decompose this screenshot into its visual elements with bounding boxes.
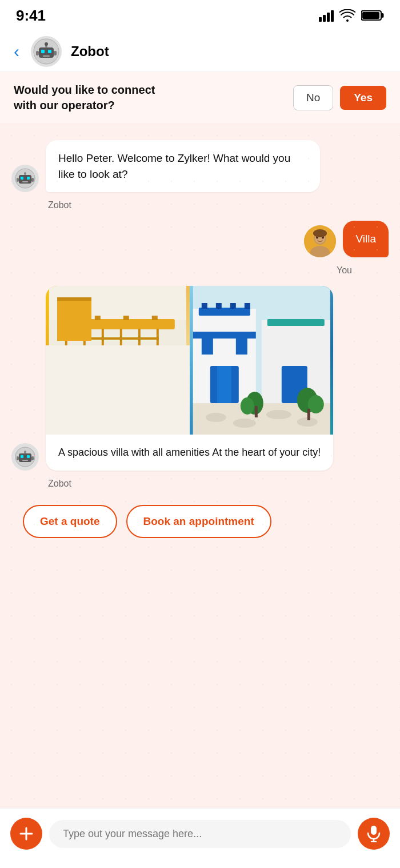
message-input[interactable] <box>49 820 351 848</box>
operator-banner: Would you like to connectwith our operat… <box>0 72 400 124</box>
status-icons <box>319 9 384 22</box>
svg-rect-70 <box>244 303 250 309</box>
svg-rect-74 <box>201 339 213 355</box>
svg-rect-34 <box>31 456 34 460</box>
operator-question: Would you like to connectwith our operat… <box>14 82 155 113</box>
svg-rect-72 <box>217 366 231 403</box>
bot-greeting-text: Hello Peter. Welcome to Zylker! What wou… <box>58 152 290 180</box>
svg-rect-10 <box>36 51 39 55</box>
svg-rect-14 <box>21 177 23 180</box>
svg-point-80 <box>240 397 254 415</box>
svg-rect-57 <box>62 414 64 425</box>
svg-point-26 <box>313 229 327 237</box>
chat-area: Hello Peter. Welcome to Zylker! What wou… <box>0 124 400 808</box>
svg-rect-7 <box>43 55 50 57</box>
svg-rect-16 <box>22 181 28 182</box>
svg-rect-69 <box>230 303 235 309</box>
user-villa-row: Villa <box>11 221 389 257</box>
no-button[interactable]: No <box>293 85 333 110</box>
svg-rect-77 <box>267 319 324 326</box>
battery-icon <box>361 9 384 22</box>
svg-rect-30 <box>27 455 30 458</box>
svg-rect-15 <box>27 177 30 180</box>
plus-icon <box>18 826 34 842</box>
status-bar: 9:41 <box>0 0 400 31</box>
action-buttons-area: Get a quote Book an appointment <box>11 496 389 550</box>
bottom-bar <box>0 808 400 868</box>
svg-rect-43 <box>83 329 86 346</box>
villa-card: A spacious villa with all amenities At t… <box>46 286 333 471</box>
header-title: Zobot <box>71 43 109 59</box>
svg-rect-52 <box>123 372 158 429</box>
svg-rect-49 <box>78 372 112 429</box>
wifi-icon <box>339 9 355 22</box>
svg-rect-38 <box>66 316 72 320</box>
svg-point-62 <box>233 419 255 428</box>
svg-rect-66 <box>198 308 250 316</box>
svg-point-82 <box>307 395 323 413</box>
svg-point-63 <box>266 410 291 419</box>
header: ‹ Zobot <box>0 31 400 72</box>
villa-images <box>46 286 333 435</box>
svg-point-53 <box>61 417 106 435</box>
svg-rect-29 <box>21 455 23 458</box>
svg-rect-33 <box>17 456 19 460</box>
svg-rect-68 <box>215 303 221 309</box>
svg-rect-37 <box>61 319 175 329</box>
operator-buttons: No Yes <box>293 85 386 110</box>
bot-villa-label: Zobot <box>11 479 389 489</box>
svg-point-54 <box>89 421 146 435</box>
svg-rect-58 <box>67 414 70 425</box>
book-appointment-button[interactable]: Book an appointment <box>126 505 271 538</box>
svg-rect-18 <box>17 178 19 182</box>
yes-button[interactable]: Yes <box>340 86 386 110</box>
svg-rect-42 <box>65 329 67 346</box>
villa-image-right <box>190 286 334 435</box>
svg-rect-40 <box>123 316 129 320</box>
status-time: 9:41 <box>16 7 46 25</box>
svg-rect-84 <box>307 409 310 420</box>
get-quote-button[interactable]: Get a quote <box>23 505 117 538</box>
svg-rect-19 <box>31 178 34 182</box>
svg-rect-31 <box>22 460 28 461</box>
svg-rect-87 <box>371 826 377 835</box>
svg-rect-17 <box>24 172 26 175</box>
svg-rect-51 <box>78 372 112 429</box>
svg-rect-35 <box>49 286 186 435</box>
svg-rect-39 <box>95 316 101 320</box>
bot-greeting-label: Zobot <box>11 200 389 210</box>
svg-point-61 <box>205 413 226 422</box>
signal-icon <box>319 9 334 22</box>
back-button[interactable]: ‹ <box>11 39 22 63</box>
user-villa-bubble: Villa <box>343 221 389 257</box>
mic-icon <box>366 825 381 842</box>
bot-avatar-header <box>31 36 62 67</box>
villa-description: A spacious villa with all amenities At t… <box>46 435 333 471</box>
svg-rect-73 <box>193 332 255 339</box>
bot-greeting-row: Hello Peter. Welcome to Zylker! What wou… <box>11 140 389 192</box>
svg-point-55 <box>129 420 175 435</box>
svg-rect-83 <box>254 406 257 417</box>
svg-rect-1 <box>382 13 384 18</box>
svg-rect-75 <box>235 339 247 355</box>
user-villa-text: Villa <box>355 233 376 245</box>
svg-rect-56 <box>55 412 78 414</box>
villa-card-row: A spacious villa with all amenities At t… <box>11 286 389 471</box>
svg-point-9 <box>45 42 48 46</box>
user-avatar <box>304 225 336 257</box>
svg-rect-2 <box>362 12 379 19</box>
svg-rect-6 <box>48 50 51 53</box>
svg-rect-67 <box>201 303 207 309</box>
svg-rect-41 <box>152 316 158 320</box>
svg-rect-48 <box>65 337 159 340</box>
plus-button[interactable] <box>10 818 42 850</box>
bot-greeting-bubble: Hello Peter. Welcome to Zylker! What wou… <box>46 140 320 192</box>
svg-rect-50 <box>123 372 158 429</box>
svg-rect-32 <box>24 451 26 453</box>
villa-image-left <box>46 286 190 435</box>
villa-desc-text: A spacious villa with all amenities At t… <box>58 447 321 458</box>
bot-avatar-small <box>11 165 39 192</box>
svg-rect-11 <box>54 51 57 55</box>
bot-avatar-villa <box>11 443 39 471</box>
mic-button[interactable] <box>358 818 390 850</box>
